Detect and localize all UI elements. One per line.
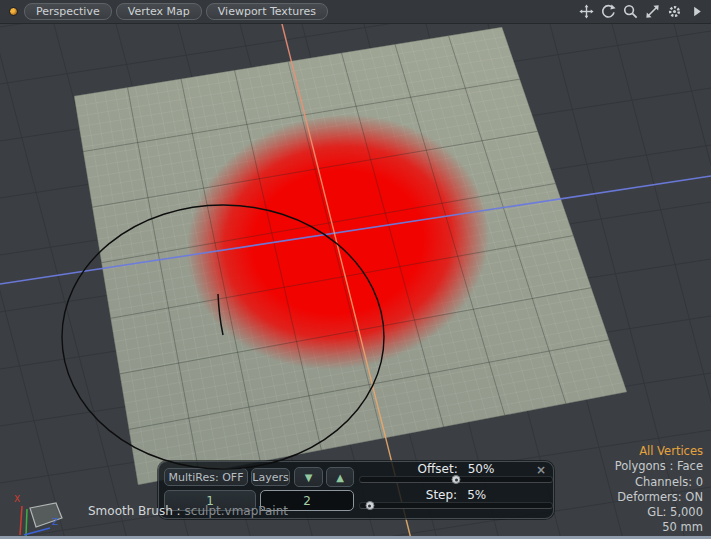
layer-up-button[interactable]: ▲: [326, 467, 354, 487]
up-arrow-icon: ▲: [336, 472, 344, 483]
step-label: Step:: [426, 488, 457, 502]
offset-slider[interactable]: [359, 476, 553, 483]
axis-orientation-widget: X Z: [10, 492, 66, 538]
viewport-status-readout: All Vertices Polygons : Face Channels: 0…: [615, 444, 703, 536]
viewport-toolbar: Perspective Vertex Map Viewport Textures: [0, 0, 711, 24]
vertex-map-dropdown[interactable]: Vertex Map: [116, 3, 202, 20]
layers-button[interactable]: Layers: [251, 468, 290, 486]
x-axis-indicator: [20, 506, 22, 535]
offset-label: Offset:: [418, 462, 458, 476]
channels-count-label: Channels: 0: [615, 475, 703, 490]
toolbar-buttons: Perspective Vertex Map Viewport Textures: [24, 3, 328, 20]
offset-readout: Offset: 50%: [391, 462, 521, 476]
multires-toggle-button[interactable]: MultiRes: OFF: [164, 468, 248, 486]
offset-value: 50%: [468, 462, 495, 476]
rotate-icon[interactable]: [600, 3, 617, 20]
z-axis-label: Z: [52, 517, 58, 527]
selection-mode-label: All Vertices: [615, 444, 703, 459]
step-value: 5%: [467, 488, 486, 502]
viewport-textures-dropdown[interactable]: Viewport Textures: [206, 3, 328, 20]
settings-gear-icon[interactable]: [666, 3, 683, 20]
x-axis-label: X: [14, 494, 20, 504]
zoom-icon[interactable]: [622, 3, 639, 20]
active-tool-status: Smooth Brush :sculpt.vmapPaint: [88, 504, 288, 518]
polygons-mode-label: Polygons : Face: [615, 459, 703, 474]
viewport-canvas[interactable]: [0, 0, 711, 539]
hud-close-button[interactable]: ×: [536, 463, 546, 477]
perspective-dropdown[interactable]: Perspective: [24, 3, 112, 20]
pan-icon[interactable]: [578, 3, 595, 20]
expand-arrow-icon[interactable]: [688, 3, 705, 20]
offset-slider-handle[interactable]: [452, 475, 461, 484]
step-slider[interactable]: [359, 502, 553, 509]
tool-name-label: Smooth Brush :: [88, 504, 181, 518]
grid-size-label: 50 mm: [615, 520, 703, 535]
tool-command-label: sculpt.vmapPaint: [185, 504, 288, 518]
step-slider-handle[interactable]: [365, 501, 374, 510]
viewport-status-dot[interactable]: [9, 7, 18, 16]
gl-count-label: GL: 5,000: [615, 505, 703, 520]
viewport-controls: [578, 3, 705, 20]
deformers-state-label: Deformers: ON: [615, 490, 703, 505]
layer-down-button[interactable]: ▼: [294, 467, 323, 487]
down-arrow-icon: ▼: [305, 472, 313, 483]
y-axis-indicator: [26, 509, 27, 536]
z-axis-indicator: [24, 528, 50, 535]
step-readout: Step: 5%: [391, 488, 521, 502]
maximize-icon[interactable]: [644, 3, 661, 20]
modo-3d-viewport-window: Perspective Vertex Map Viewport Textures: [0, 0, 711, 539]
